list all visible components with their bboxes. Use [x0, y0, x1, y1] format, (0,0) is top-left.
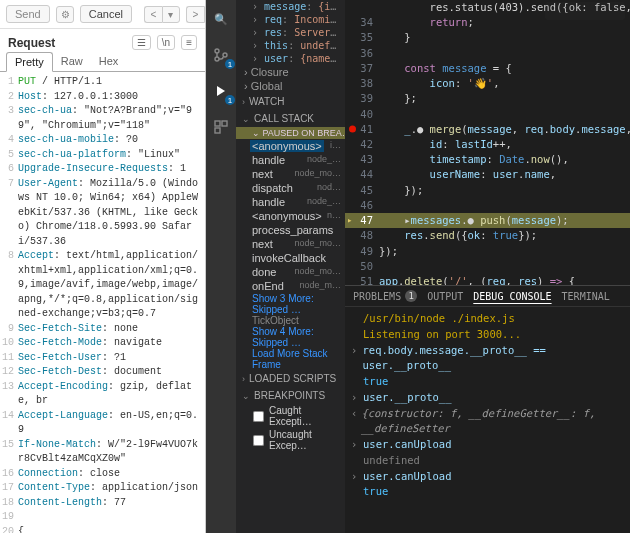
stack-frame[interactable]: dispatchnod… [236, 181, 345, 195]
console-line: ‹{constructor: f, __defineGetter__: f, _… [351, 406, 624, 438]
search-icon[interactable]: 🔍 [210, 8, 232, 30]
tab-debug-console[interactable]: DEBUG CONSOLE [473, 290, 551, 302]
breakpoints-section[interactable]: ⌄BREAKPOINTS [236, 387, 345, 404]
svg-rect-4 [222, 121, 227, 126]
caught-exceptions-checkbox[interactable]: Caught Excepti… [252, 404, 345, 428]
callstack-section[interactable]: ⌄CALL STACK [236, 110, 345, 127]
gear-icon[interactable]: ⚙ [56, 6, 74, 23]
request-body-view[interactable]: 1PUT / HTTP/1.12Host: 127.0.0.1:30003sec… [0, 72, 205, 533]
newline-toggle-icon[interactable]: \n [157, 35, 175, 50]
uncaught-exceptions-checkbox[interactable]: Uncaught Excep… [252, 428, 345, 452]
variable-item[interactable]: › this: undefined [236, 39, 345, 52]
tab-hex[interactable]: Hex [91, 52, 127, 71]
console-line: ›user.canUpload [351, 469, 624, 485]
debug-badge: 1 [225, 95, 235, 105]
scm-icon[interactable]: 1 [210, 44, 232, 66]
load-more-frames[interactable]: Load More Stack Frame [236, 348, 345, 370]
tab-output[interactable]: OUTPUT [427, 290, 463, 302]
debug-panes: › message: {icon: …› req: IncomingMes…› … [236, 0, 345, 533]
tab-terminal[interactable]: TERMINAL [562, 290, 610, 302]
stack-frame[interactable]: <anonymous>n… [236, 209, 345, 223]
debug-console[interactable]: /usr/bin/node ./index.js Listening on po… [345, 307, 630, 533]
editor-panel: res.status(403).send({ok: false, error: … [345, 0, 630, 533]
scm-badge: 1 [225, 59, 235, 69]
request-tabs: Pretty Raw Hex [0, 52, 205, 72]
stack-frame[interactable]: nextnode_mo… [236, 237, 345, 251]
console-line: ›user.canUpload [351, 437, 624, 453]
stack-frame[interactable]: handlenode_… [236, 195, 345, 209]
svg-point-1 [215, 57, 219, 61]
stack-frame[interactable]: onEndnode_m… [236, 279, 345, 293]
show-more-skipped-2[interactable]: Show 4 More: Skipped … [236, 326, 345, 348]
vscode-debug-sidebar: 🔍 1 1 › message: {icon: …› req: Incoming… [206, 0, 345, 533]
request-header: Request ☰ \n ≡ [0, 29, 205, 52]
tab-pretty[interactable]: Pretty [6, 52, 53, 72]
cancel-button[interactable]: Cancel [80, 5, 132, 23]
request-toolbar: Send ⚙ Cancel < ▾ > ▾ [0, 0, 205, 29]
variable-item[interactable]: › user: {name: 'fe… [236, 52, 345, 65]
svg-rect-3 [215, 121, 220, 126]
stack-frame[interactable]: <anonymous>i… [236, 139, 345, 153]
run-debug-icon[interactable]: 1 [210, 80, 232, 102]
doc-mode-icon[interactable]: ≡ [181, 35, 197, 50]
stack-frame[interactable]: invokeCallback [236, 251, 345, 265]
svg-point-0 [215, 49, 219, 53]
next-icon[interactable]: > [186, 6, 204, 23]
prev-dropdown-icon[interactable]: ▾ [162, 6, 180, 23]
closure-scope[interactable]: › Closure [236, 65, 345, 79]
loaded-scripts-section[interactable]: ›LOADED SCRIPTS [236, 370, 345, 387]
paused-status: ⌄ PAUSED ON BREA… [236, 127, 345, 139]
view-toggle-icon[interactable]: ☰ [132, 35, 151, 50]
svg-point-2 [223, 53, 227, 57]
variables-list: › message: {icon: …› req: IncomingMes…› … [236, 0, 345, 65]
send-button[interactable]: Send [6, 5, 50, 23]
console-line: Listening on port 3000... [351, 327, 624, 343]
bottom-tabs: PROBLEMS1 OUTPUT DEBUG CONSOLE TERMINAL [345, 286, 630, 307]
variable-item[interactable]: › req: IncomingMes… [236, 13, 345, 26]
tick-object[interactable]: TickObject [236, 315, 345, 326]
variable-item[interactable]: › res: ServerRespo… [236, 26, 345, 39]
request-title: Request [8, 36, 55, 50]
console-line: ›user.__proto__ [351, 390, 624, 406]
console-line: ›req.body.message.__proto__ == user.__pr… [351, 343, 624, 375]
svg-rect-5 [215, 128, 220, 133]
show-more-skipped-1[interactable]: Show 3 More: Skipped … [236, 293, 345, 315]
watch-section[interactable]: ›WATCH [236, 93, 345, 110]
callstack-list: <anonymous>i…handlenode_…nextnode_mo…dis… [236, 139, 345, 293]
activity-bar: 🔍 1 1 [206, 0, 236, 533]
http-debugger-panel: Send ⚙ Cancel < ▾ > ▾ Request ☰ \n ≡ Pre… [0, 0, 206, 533]
code-editor[interactable]: res.status(403).send({ok: false, error: … [345, 0, 630, 285]
extensions-icon[interactable] [210, 116, 232, 138]
stack-frame[interactable]: process_params [236, 223, 345, 237]
console-line: true [351, 484, 624, 500]
stack-frame[interactable]: nextnode_mo… [236, 167, 345, 181]
bottom-panel: PROBLEMS1 OUTPUT DEBUG CONSOLE TERMINAL … [345, 285, 630, 533]
variable-item[interactable]: › message: {icon: … [236, 0, 345, 13]
stack-frame[interactable]: donenode_mo… [236, 265, 345, 279]
console-line: /usr/bin/node ./index.js [351, 311, 624, 327]
stack-frame[interactable]: handlenode_… [236, 153, 345, 167]
console-line: undefined [351, 453, 624, 469]
tab-raw[interactable]: Raw [53, 52, 91, 71]
console-line: true [351, 374, 624, 390]
prev-icon[interactable]: < [144, 6, 162, 23]
tab-problems[interactable]: PROBLEMS1 [353, 290, 417, 302]
global-scope[interactable]: › Global [236, 79, 345, 93]
